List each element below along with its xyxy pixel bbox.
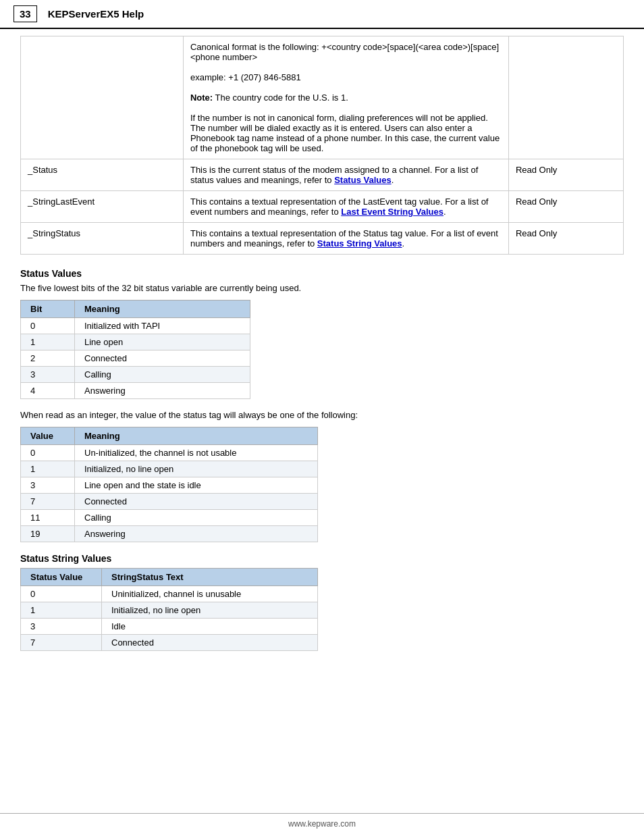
table-row: 0Initialized with TAPI [21,318,250,334]
bit-value: 4 [21,383,75,399]
status-values-title: Status Values [20,268,624,279]
main-properties-table: Canonical format is the following: +<cou… [20,36,624,255]
status-string-values-title: Status String Values [20,553,624,564]
bit-table: Bit Meaning 0Initialized with TAPI1Line … [20,300,250,399]
value-meaning: Un-initialized, the channel is not usabl… [75,445,318,461]
bit-meaning: Connected [75,350,250,367]
value-meaning: Initialized, no line open [75,461,318,477]
status-value-val: 3 [21,619,102,635]
table-row: 1Line open [21,334,250,350]
value-val: 3 [21,477,75,494]
table-row: Canonical format is the following: +<cou… [21,36,624,159]
bit-meaning: Initialized with TAPI [75,318,250,334]
last-event-string-values-link[interactable]: Last Event String Values [341,207,444,217]
status-string-values-link[interactable]: Status String Values [317,238,402,249]
footer: www.kepware.com [0,813,644,834]
bit-meaning: Line open [75,334,250,350]
bit-value: 2 [21,350,75,367]
property-access-empty [508,36,623,159]
value-meaning: Connected [75,494,318,510]
status-values-link[interactable]: Status Values [334,175,392,185]
table-row: 11Calling [21,510,318,526]
table-row: _StringStatus This contains a textual re… [21,223,624,255]
value-meaning: Line open and the state is idle [75,477,318,494]
status-value-val: 0 [21,586,102,602]
table-row: 0Un-initialized, the channel is not usab… [21,445,318,461]
stringstatus-text: Uninitialized, channel is unusable [102,586,318,602]
table-row: 0Uninitialized, channel is unusable [21,586,318,602]
meaning-col-header: Meaning [75,301,250,318]
footer-text: www.kepware.com [288,819,356,829]
stringstatus-text: Initialized, no line open [102,602,318,619]
value-desc: When read as an integer, the value of th… [20,410,624,420]
value-val: 0 [21,445,75,461]
table-row: 1Initialized, no line open [21,602,318,619]
value-val: 19 [21,526,75,542]
stringstatus-text: Idle [102,619,318,635]
bit-meaning: Answering [75,383,250,399]
page-number: 33 [14,5,37,22]
table-row: 19Answering [21,526,318,542]
property-desc-status: This is the current status of the modem … [183,159,508,191]
property-access-stringlastevent: Read Only [508,191,623,223]
property-desc-stringlastevent: This contains a textual representation o… [183,191,508,223]
status-value-val: 1 [21,602,102,619]
table-row: _Status This is the current status of th… [21,159,624,191]
table-row: 7Connected [21,635,318,651]
table-row: 7Connected [21,494,318,510]
value-val: 11 [21,510,75,526]
stringstatus-text: Connected [102,635,318,651]
property-name-stringstatus: _StringStatus [21,223,184,255]
bit-value: 0 [21,318,75,334]
value-meaning-col-header: Meaning [75,427,318,445]
value-val: 1 [21,461,75,477]
table-row: 4Answering [21,383,250,399]
property-desc-stringstatus: This contains a textual representation o… [183,223,508,255]
page-title: KEPServerEX5 Help [48,8,144,20]
table-row: 3Line open and the state is idle [21,477,318,494]
table-row: _StringLastEvent This contains a textual… [21,191,624,223]
table-row: 3Idle [21,619,318,635]
bit-value: 1 [21,334,75,350]
status-value-val: 7 [21,635,102,651]
property-access-status: Read Only [508,159,623,191]
bit-meaning: Calling [75,367,250,383]
property-name-status: _Status [21,159,184,191]
table-row: 1Initialized, no line open [21,461,318,477]
bit-col-header: Bit [21,301,75,318]
status-values-desc: The five lowest bits of the 32 bit statu… [20,283,624,293]
property-name-stringlastevent: _StringLastEvent [21,191,184,223]
property-desc-canonical: Canonical format is the following: +<cou… [183,36,508,159]
value-table: Value Meaning 0Un-initialized, the chann… [20,427,318,542]
property-name-empty [21,36,184,159]
property-access-stringstatus: Read Only [508,223,623,255]
status-value-col-header: Status Value [21,569,102,586]
value-val: 7 [21,494,75,510]
table-row: 2Connected [21,350,250,367]
bit-value: 3 [21,367,75,383]
value-meaning: Answering [75,526,318,542]
status-string-table: Status Value StringStatus Text 0Uninitia… [20,568,318,651]
value-meaning: Calling [75,510,318,526]
stringstatus-text-col-header: StringStatus Text [102,569,318,586]
value-col-header: Value [21,427,75,445]
table-row: 3Calling [21,367,250,383]
